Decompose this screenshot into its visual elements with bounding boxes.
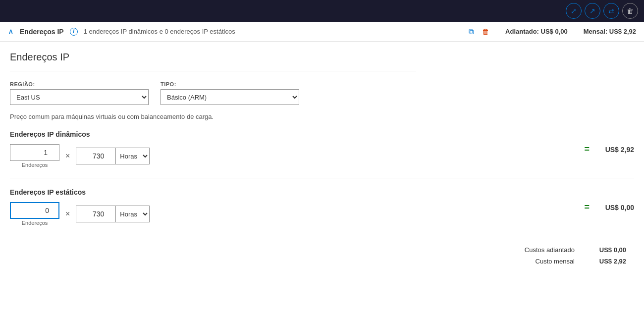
equals-sign-1: = xyxy=(584,144,590,155)
dynamic-hours-select[interactable]: Horas Dias Meses xyxy=(115,148,150,164)
section-header: ∧ Endereços IP i 1 endereços IP dinâmico… xyxy=(0,22,644,42)
static-ips-title: Endereços IP estáticos xyxy=(10,188,634,196)
card-title: Endereços IP xyxy=(10,52,416,71)
dynamic-ips-title: Endereços IP dinâmicos xyxy=(10,130,634,138)
static-input-row: Endereços × Horas Dias Meses xyxy=(10,202,150,226)
dynamic-hours-wrap: Horas Dias Meses xyxy=(76,148,150,164)
dynamic-line-price: US$ 2,92 xyxy=(594,146,634,154)
header-mensal: Mensal: US$ 2,92 xyxy=(584,28,636,35)
header-adiantado: Adiantado: US$ 0,00 xyxy=(505,28,568,35)
tipo-label: TIPO: xyxy=(161,81,299,87)
section-summary: 1 endereços IP dinâmicos e 0 endereços I… xyxy=(84,28,463,35)
arrow-up-icon: ↗ xyxy=(590,7,595,15)
top-bar: ⤢ ↗ ⇄ 🗑 xyxy=(0,0,644,22)
total-mensal-value: US$ 2,92 xyxy=(587,258,626,265)
multiply-sign-1: × xyxy=(65,152,70,160)
static-quantity-label: Endereços xyxy=(22,220,48,226)
collapse-button[interactable]: ∧ xyxy=(8,27,14,36)
static-hours-input[interactable] xyxy=(76,206,115,222)
form-row: REGIÃO: East US West US West Europe Sout… xyxy=(10,81,634,105)
dynamic-input-row: Endereços × Horas Dias Meses xyxy=(10,144,150,168)
tipo-group: TIPO: Básico (ARM) Padrão (ARM) Básico (… xyxy=(161,81,299,105)
collapse-icon: ∧ xyxy=(8,27,14,36)
total-mensal-label: Custo mensal xyxy=(495,258,575,265)
shuffle-icon-btn[interactable]: ⇄ xyxy=(603,3,619,19)
totals-section: Custos adiantado US$ 0,00 Custo mensal U… xyxy=(10,246,634,265)
static-price-section: = US$ 0,00 xyxy=(560,202,634,212)
static-ips-inputs: Endereços × Horas Dias Meses xyxy=(10,202,150,228)
arrow-up-icon-btn[interactable]: ↗ xyxy=(585,3,600,19)
regiao-group: REGIÃO: East US West US West Europe Sout… xyxy=(10,81,149,105)
expand-icon: ⤢ xyxy=(571,7,577,15)
total-adiantado-value: US$ 0,00 xyxy=(587,246,626,254)
shuffle-icon: ⇄ xyxy=(608,7,614,15)
dynamic-quantity-label: Endereços xyxy=(22,162,48,168)
divider-1 xyxy=(10,178,634,178)
static-hours-select[interactable]: Horas Dias Meses xyxy=(115,206,150,222)
total-mensal-row: Custo mensal US$ 2,92 xyxy=(495,258,626,265)
dynamic-quantity-wrap: Endereços xyxy=(10,144,59,168)
expand-icon-btn[interactable]: ⤢ xyxy=(566,3,582,19)
dynamic-quantity-input[interactable] xyxy=(10,144,59,161)
total-adiantado-label: Custos adiantado xyxy=(495,246,575,254)
main-content: Endereços IP REGIÃO: East US West US Wes… xyxy=(0,42,644,275)
dynamic-hours-input[interactable] xyxy=(76,148,115,164)
copy-icon[interactable]: ⧉ xyxy=(469,27,474,36)
info-icon[interactable]: i xyxy=(70,28,78,36)
dynamic-price-section: = US$ 2,92 xyxy=(560,144,634,155)
static-quantity-input[interactable] xyxy=(10,202,59,219)
static-line-price: US$ 0,00 xyxy=(594,204,634,211)
regiao-label: REGIÃO: xyxy=(10,81,149,87)
delete-section-icon: 🗑 xyxy=(627,7,634,15)
dynamic-ips-inputs: Endereços × Horas Dias Meses xyxy=(10,144,150,170)
static-quantity-wrap: Endereços xyxy=(10,202,59,226)
regiao-select[interactable]: East US West US West Europe Southeast As… xyxy=(10,89,149,105)
total-adiantado-row: Custos adiantado US$ 0,00 xyxy=(495,246,626,254)
section-header-title: Endereços IP xyxy=(20,28,64,36)
common-note: Preço comum para máquinas virtuais ou co… xyxy=(10,113,634,120)
tipo-select[interactable]: Básico (ARM) Padrão (ARM) Básico (Clássi… xyxy=(161,89,299,105)
static-hours-wrap: Horas Dias Meses xyxy=(76,206,150,222)
equals-sign-2: = xyxy=(584,202,590,212)
divider-2 xyxy=(10,236,634,236)
multiply-sign-2: × xyxy=(65,210,70,218)
delete-icon-btn[interactable]: 🗑 xyxy=(622,3,638,19)
section-delete-icon[interactable]: 🗑 xyxy=(482,27,489,36)
